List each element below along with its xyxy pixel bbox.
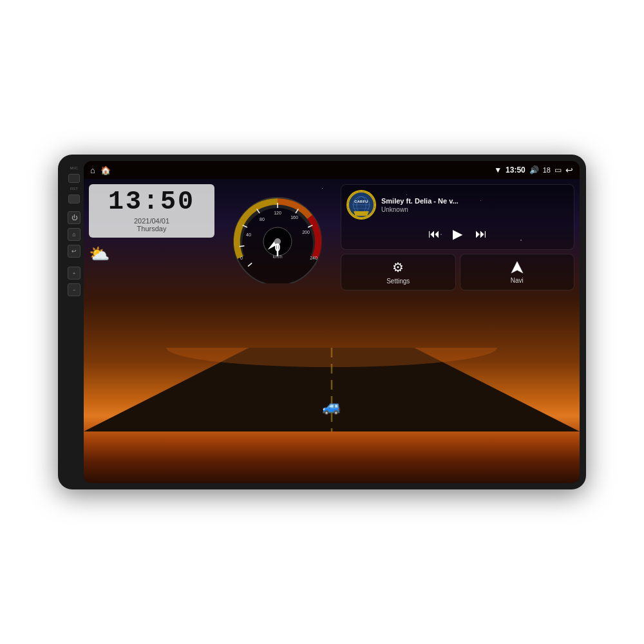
widgets-row: 13:50 2021/04/01 Thursday ⛅ xyxy=(84,179,580,431)
svg-text:160: 160 xyxy=(290,215,298,220)
car-head-unit: MIC RST ⏻ ⌂ ↩ + − ⌂ 🏠 ▼ 13:50 xyxy=(58,155,586,489)
status-time: 13:50 xyxy=(506,166,526,175)
next-button[interactable]: ⏭ xyxy=(475,227,487,241)
vol-up-button[interactable]: + xyxy=(68,267,80,279)
player-controls: ⏮ ▶ ⏭ xyxy=(346,223,569,244)
play-button[interactable]: ▶ xyxy=(453,226,462,242)
back-side-button[interactable]: ↩ xyxy=(68,245,80,258)
clock-widget: 13:50 2021/04/01 Thursday xyxy=(89,184,214,238)
back-icon[interactable]: ↩ xyxy=(565,165,573,175)
weather-icon: ⛅ xyxy=(89,244,109,264)
navi-icon xyxy=(510,260,524,274)
right-column: CARFU Smiley ft. Delia - Ne v... Unknown xyxy=(341,184,574,426)
song-title: Smiley ft. Delia - Ne v... xyxy=(381,196,569,205)
svg-text:200: 200 xyxy=(302,230,310,234)
svg-text:CARFU: CARFU xyxy=(354,200,368,204)
settings-navi-row: ⚙ Settings Navi xyxy=(341,254,574,290)
home-icon[interactable]: ⌂ xyxy=(90,166,95,175)
svg-marker-33 xyxy=(511,261,523,273)
main-screen: ⌂ 🏠 ▼ 13:50 🔊 18 ▭ ↩ xyxy=(84,161,580,483)
speedometer-widget: 0 40 80 120 160 200 240 xyxy=(220,184,336,426)
volume-icon: 🔊 xyxy=(529,166,539,175)
home-side-button[interactable]: ⌂ xyxy=(68,228,80,241)
mic-label: MIC xyxy=(70,166,79,170)
carfu-logo: CARFU xyxy=(346,190,376,220)
clock-day-display: Thursday xyxy=(98,225,205,232)
wifi-icon: ▼ xyxy=(494,166,502,175)
house-icon[interactable]: 🏠 xyxy=(100,166,111,175)
background-scene: 🚙 13:50 2021/04/01 Thursday ⛅ xyxy=(84,179,580,483)
speedometer-display: 0 40 80 120 160 200 240 xyxy=(223,190,332,283)
vol-down-button[interactable]: − xyxy=(68,283,80,296)
svg-text:240: 240 xyxy=(310,256,317,260)
power-button[interactable]: ⏻ xyxy=(68,211,80,224)
settings-icon: ⚙ xyxy=(392,260,404,275)
song-info: Smiley ft. Delia - Ne v... Unknown xyxy=(381,196,569,213)
svg-text:120: 120 xyxy=(274,211,281,215)
weather-widget: ⛅ xyxy=(89,242,214,264)
song-artist: Unknown xyxy=(381,206,569,213)
rst-label: RST xyxy=(70,187,78,191)
prev-button[interactable]: ⏮ xyxy=(428,227,440,241)
navi-label: Navi xyxy=(511,277,524,284)
settings-button[interactable]: ⚙ Settings xyxy=(341,254,456,290)
volume-level: 18 xyxy=(543,166,551,174)
speedometer-svg: 0 40 80 120 160 200 240 xyxy=(223,190,332,283)
mic-button[interactable] xyxy=(68,174,80,183)
window-icon: ▭ xyxy=(554,166,562,175)
status-bar: ⌂ 🏠 ▼ 13:50 🔊 18 ▭ ↩ xyxy=(84,161,580,179)
left-column: 13:50 2021/04/01 Thursday ⛅ xyxy=(89,184,214,426)
svg-text:0: 0 xyxy=(275,242,281,253)
carfu-logo-svg: CARFU xyxy=(348,190,375,220)
settings-label: Settings xyxy=(386,278,410,285)
svg-line-5 xyxy=(240,246,245,247)
rst-button[interactable] xyxy=(68,194,80,204)
navi-button[interactable]: Navi xyxy=(460,254,575,290)
clock-time-display: 13:50 xyxy=(98,189,205,215)
car-on-road-icon: 🚙 xyxy=(322,397,341,415)
svg-text:40: 40 xyxy=(246,232,251,237)
content-overlay: 13:50 2021/04/01 Thursday ⛅ xyxy=(84,179,580,431)
clock-date-display: 2021/04/01 xyxy=(98,217,205,225)
svg-text:0: 0 xyxy=(240,256,243,260)
music-player-widget: CARFU Smiley ft. Delia - Ne v... Unknown xyxy=(341,184,574,250)
svg-marker-32 xyxy=(354,211,369,216)
music-header: CARFU Smiley ft. Delia - Ne v... Unknown xyxy=(346,190,569,220)
svg-text:km/h: km/h xyxy=(272,254,282,259)
svg-text:80: 80 xyxy=(260,217,265,222)
side-buttons-panel: MIC RST ⏻ ⌂ ↩ + − xyxy=(64,161,84,483)
